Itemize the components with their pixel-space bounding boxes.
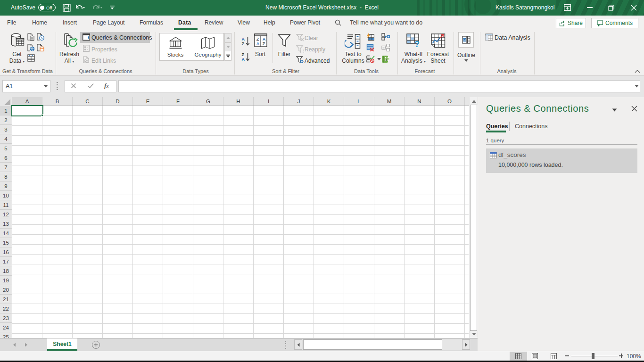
svg-text:A: A <box>242 37 245 41</box>
svg-text:?: ? <box>414 40 420 48</box>
svg-text:A: A <box>242 57 245 62</box>
svg-text:A: A <box>256 41 260 46</box>
svg-text:Z: Z <box>242 41 245 46</box>
svg-text:J: J <box>385 58 387 62</box>
svg-text:Z: Z <box>256 37 259 41</box>
svg-text:Z: Z <box>263 41 265 46</box>
svg-text:Z: Z <box>242 52 245 57</box>
svg-text:A: A <box>263 37 266 41</box>
